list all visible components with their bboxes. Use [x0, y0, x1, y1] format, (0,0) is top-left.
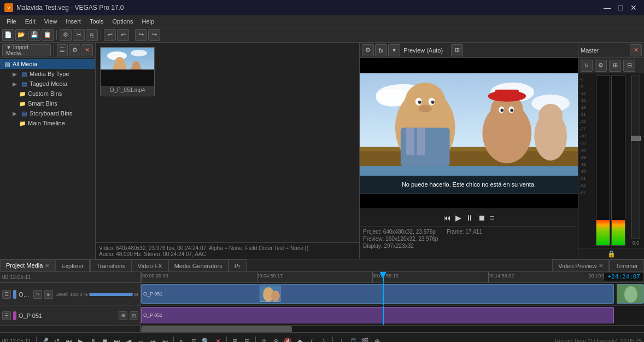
play-prev-btn[interactable]: ⏮	[63, 336, 74, 343]
tab-video-preview-close[interactable]: ✕	[599, 263, 603, 269]
tree-item-tagged-media[interactable]: ▶ ▤ Tagged Media	[0, 79, 95, 89]
stop-btn-t[interactable]: ⏹	[99, 336, 110, 343]
redo-btn[interactable]: ↪	[135, 29, 147, 41]
track-menu-btn-a[interactable]: ☰	[2, 311, 11, 320]
timeline-hscroll[interactable]	[0, 326, 644, 332]
stop-btn[interactable]: ⏹	[478, 213, 485, 222]
media-close-btn[interactable]: ✕	[81, 44, 93, 56]
media-thumb-op051[interactable]: No puede hacerlo. Este chico no... O_P_0…	[100, 47, 155, 96]
hscroll-track[interactable]	[141, 326, 644, 332]
close-button[interactable]: ✕	[628, 2, 640, 14]
tree-item-custom-bins[interactable]: 📁 Custom Bins	[0, 89, 95, 98]
delete-btn[interactable]: ✕	[213, 336, 224, 343]
ripple-btn[interactable]: ⊟	[242, 336, 253, 343]
track-fx-btn-v[interactable]: fx	[33, 290, 42, 299]
record-btn[interactable]: 🎤	[39, 336, 50, 343]
undo2-btn[interactable]: ↩	[117, 29, 129, 41]
rewind-btn[interactable]: ↺	[51, 336, 62, 343]
play-next-btn[interactable]: ⏭	[112, 336, 122, 343]
mixer-fx-btn[interactable]: fx	[581, 60, 593, 72]
loop-btn[interactable]: ↔	[136, 336, 147, 343]
menu-insert[interactable]: Insert	[61, 17, 85, 26]
select-btn[interactable]: ⊡	[189, 336, 200, 343]
pause-btn[interactable]: ⏸	[466, 213, 473, 222]
track-settings-btn-a[interactable]: ⊟	[130, 311, 138, 320]
slow-btn[interactable]: ◀	[124, 336, 134, 343]
mixer-io-btn[interactable]: ⊞	[609, 60, 621, 72]
beat-btn[interactable]: ♩	[336, 336, 347, 343]
tab-transitions[interactable]: Transitions	[90, 259, 131, 271]
tab-trimmer[interactable]: Trimmer	[610, 259, 644, 271]
tree-item-smart-bins[interactable]: 📁 Smart Bins	[0, 98, 95, 108]
tab-pr[interactable]: Pr	[229, 259, 247, 271]
preview-fx-btn[interactable]: fx	[375, 44, 387, 56]
tree-item-all-media[interactable]: ▤ All Media	[0, 59, 95, 69]
timeline-ruler[interactable]: 00:00:00:00 00:04:59:17 00:09:59:10 00:1…	[141, 272, 644, 282]
mark-in-btn[interactable]: ↦	[148, 336, 159, 343]
audio-track-content[interactable]: O_P 051	[141, 306, 644, 325]
keyframe-btn[interactable]: ◆	[295, 336, 306, 343]
tree-item-storyboard-bins[interactable]: ▶ ▤ Storyboard Bins	[0, 108, 95, 118]
track-fx-btn-a[interactable]: ⊞	[119, 311, 127, 320]
tab-video-preview[interactable]: Video Preview ✕	[552, 259, 609, 271]
settings-btn[interactable]: ⚙	[60, 29, 72, 41]
mute-btn[interactable]: 🔇	[283, 336, 294, 343]
media-settings-btn[interactable]: ⚙	[69, 44, 80, 56]
play-btn[interactable]: ▶	[455, 213, 461, 222]
save-as-btn[interactable]: 📋	[42, 29, 54, 41]
track-lock-btn-v[interactable]: ⊞	[44, 290, 53, 299]
menu-edit[interactable]: Edit	[21, 17, 40, 26]
track-color-btn-a[interactable]	[13, 311, 16, 320]
mixer-close-btn[interactable]: ✕	[630, 44, 642, 56]
tree-item-main-timeline[interactable]: 📁 Main Timeline	[0, 118, 95, 128]
preview-grid-btn[interactable]: ⊞	[451, 44, 463, 56]
tree-item-media-by-type[interactable]: ▶ ▤ Media By Type	[0, 69, 95, 79]
menu-file[interactable]: File	[2, 17, 21, 26]
more-btn[interactable]: ≡	[490, 213, 494, 222]
video-clip-end[interactable]	[617, 284, 644, 304]
snap-btn[interactable]: ⊞	[230, 336, 241, 343]
pause-btn-t[interactable]: ⏸	[87, 336, 98, 343]
prev-frame-btn[interactable]: ⏮	[443, 213, 451, 222]
undo-btn[interactable]: ↩	[104, 29, 116, 41]
tab-project-media-close[interactable]: ✕	[45, 263, 49, 269]
open-btn[interactable]: 📂	[15, 29, 27, 41]
copy-btn[interactable]: ⎘	[86, 29, 98, 41]
tab-explorer[interactable]: Explorer	[55, 259, 90, 271]
fader-handle[interactable]	[631, 136, 641, 141]
video-btn[interactable]: 🎬	[360, 336, 371, 343]
menu-help[interactable]: Help	[137, 17, 159, 26]
tab-video-fx[interactable]: Video FX	[132, 259, 168, 271]
tab-media-generators[interactable]: Media Generators	[168, 259, 229, 271]
save-btn[interactable]: 💾	[28, 29, 40, 41]
out-btn[interactable]: ⟩	[319, 336, 330, 343]
minimize-button[interactable]: —	[601, 2, 613, 14]
import-media-btn[interactable]: ▼ Import Media...	[2, 44, 51, 56]
audio-btn[interactable]: 🎵	[348, 336, 359, 343]
window-controls[interactable]: — □ ✕	[601, 2, 640, 14]
preview-mode-btn[interactable]: ▼	[388, 44, 400, 56]
video-track-content[interactable]: O_P 051	[141, 283, 644, 305]
zoom-btn[interactable]: 🔍	[201, 336, 212, 343]
menu-options[interactable]: Options	[108, 17, 138, 26]
trim-btn[interactable]: ⊛	[271, 336, 282, 343]
video-clip-main[interactable]: O_P 051	[141, 284, 614, 304]
view-btn[interactable]: ☰	[57, 44, 68, 56]
maximize-button[interactable]: □	[614, 2, 627, 14]
mixer-send-btn[interactable]: ⊟	[623, 60, 635, 72]
menu-view[interactable]: View	[40, 17, 62, 26]
mark-out-btn[interactable]: ↤	[160, 336, 171, 343]
cursor-btn[interactable]: ↖	[177, 336, 188, 343]
menu-tools[interactable]: Tools	[85, 17, 108, 26]
new-btn[interactable]: 📄	[2, 29, 14, 41]
hscroll-thumb[interactable]	[141, 326, 292, 332]
in-btn[interactable]: ⟨	[307, 336, 318, 343]
split-btn[interactable]: ⊘	[259, 336, 270, 343]
redo2-btn[interactable]: ↪	[148, 29, 160, 41]
audio-clip-main[interactable]: O_P 051	[141, 307, 614, 323]
play-btn-t[interactable]: ▶	[75, 336, 86, 343]
fader-track[interactable]	[631, 76, 640, 239]
cut-btn[interactable]: ✂	[73, 29, 85, 41]
overlay-btn[interactable]: ⊕	[372, 336, 383, 343]
tab-project-media[interactable]: Project Media ✕	[0, 259, 55, 271]
